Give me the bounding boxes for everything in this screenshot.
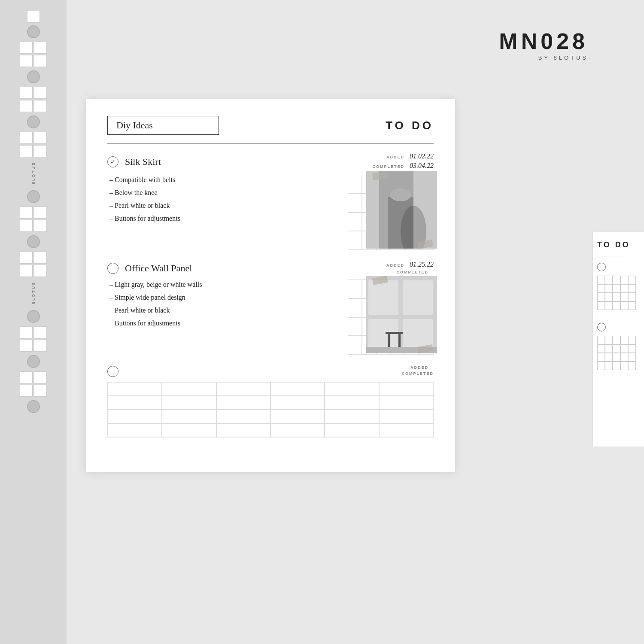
task-3-checkbox[interactable]: [107, 366, 118, 377]
task-1-bullet-2: – Below the knee: [109, 188, 339, 198]
task-1-header-row: ✓ Silk Skirt ADDED 01.02.22 COMPLETED 03…: [107, 152, 434, 171]
grid-cell: [613, 344, 620, 353]
sidebar-card: [34, 207, 47, 219]
sidebar-card: [20, 100, 33, 112]
task-2-header-row: Office Wall Panel ADDED 01.25.22 COMPLET…: [107, 261, 434, 276]
task-2-added-date: 01.25.22: [410, 261, 434, 268]
task-2-content: – Light gray, beige or white walls – Sim…: [109, 279, 434, 355]
svg-rect-6: [368, 280, 398, 315]
task-2-bullet-1: – Light gray, beige or white walls: [109, 279, 339, 290]
task-3-completed-row: COMPLETED: [401, 371, 434, 376]
task-1-added-row: ADDED 01.02.22: [372, 152, 434, 160]
grid-cell: [613, 301, 620, 310]
sidebar-card: [20, 385, 33, 397]
task-2-bullet-4: – Buttons for adjustments: [109, 318, 339, 328]
task-3-completed-label: COMPLETED: [401, 371, 434, 376]
svg-rect-12: [398, 334, 401, 349]
svg-rect-11: [388, 334, 390, 349]
grid-cell: [605, 276, 613, 284]
page-header: Diy Ideas TO DO: [107, 116, 434, 135]
sidebar-card: [20, 252, 33, 264]
todo-header: TO DO: [386, 119, 434, 132]
right-page: TO DO: [592, 232, 644, 447]
sidebar-card: [34, 145, 47, 157]
grid-cell: [628, 336, 636, 344]
grid-cell: [605, 353, 613, 361]
grid-cell: [613, 284, 620, 293]
sidebar-ring: [27, 190, 40, 203]
page-divider: [107, 143, 434, 144]
task-1-added-date: 01.02.22: [410, 152, 434, 160]
sidebar-card: [34, 340, 47, 352]
grid-cell: [605, 293, 613, 301]
sidebar-card: [34, 385, 47, 397]
task-1-dates: ADDED 01.02.22 COMPLETED 03.04.22: [372, 152, 434, 171]
task-3-dates: ADDED COMPLETED: [401, 365, 434, 377]
task-item-3: ADDED COMPLETED: [107, 365, 434, 437]
sidebar-ring: [27, 115, 40, 128]
task-3-added-label: ADDED: [410, 365, 428, 370]
grid-cell: [620, 336, 628, 344]
sidebar-card: [34, 371, 47, 383]
sidebar-card: [27, 11, 40, 23]
task-1-checkbox[interactable]: ✓: [107, 156, 118, 167]
task-1-bullet-4: – Buttons for adjustments: [109, 213, 339, 224]
sidebar-card: [34, 100, 47, 112]
sidebar-card: [20, 340, 33, 352]
grid-cell: [613, 361, 620, 370]
sidebar-card: [20, 265, 33, 277]
sidebar-card: [20, 87, 33, 99]
sidebar-card: [34, 42, 47, 54]
grid-cell: [628, 353, 636, 361]
task-1-title: Silk Skirt: [125, 156, 161, 167]
grid-cell: [597, 284, 605, 293]
brand-code: MN028: [499, 30, 588, 52]
sidebar-card: [34, 220, 47, 232]
grid-cell: [628, 284, 636, 293]
task-1-bullet-3: – Pearl white or black: [109, 200, 339, 211]
task-1-image: [366, 171, 437, 249]
grid-cell: [628, 344, 636, 353]
svg-point-3: [390, 188, 411, 201]
sidebar-ring: [27, 70, 40, 83]
sidebar-card: [20, 55, 33, 67]
task-1-checkmark: ✓: [110, 158, 115, 166]
grid-cell: [605, 284, 613, 293]
right-circle-2: [597, 323, 606, 331]
grid-cell: [597, 344, 605, 353]
task-2-added-label: ADDED: [386, 263, 404, 267]
main-page: Diy Ideas TO DO ✓ Silk Skirt ADDED 01.02…: [86, 99, 455, 472]
task-1-completed-date: 03.04.22: [410, 162, 434, 170]
grid-cell: [597, 276, 605, 284]
grid-cell: [620, 293, 628, 301]
task-3-added-row: ADDED: [401, 365, 434, 370]
task-2-dates: ADDED 01.25.22 COMPLETED: [386, 261, 434, 276]
grid-cell: [605, 301, 613, 310]
task-3-grid: [107, 382, 434, 437]
grid-cell: [613, 276, 620, 284]
grid-cell: [628, 276, 636, 284]
sidebar-card: [20, 132, 33, 144]
grid-cell: [620, 361, 628, 370]
task-2-bullet-2: – Simple wide panel design: [109, 292, 339, 303]
sidebar-label-2: 8LOTUS: [31, 281, 36, 304]
right-todo-header: TO DO: [597, 240, 640, 249]
grid-cell: [628, 293, 636, 301]
task-1-notes: – Compatible with belts – Below the knee…: [109, 175, 339, 250]
grid-cell: [613, 336, 620, 344]
grid-cell: [613, 353, 620, 361]
sidebar-card: [20, 42, 33, 54]
sidebar: 8LOTUS 8LOTUS: [0, 0, 67, 644]
grid-cell: [605, 361, 613, 370]
grid-cell: [597, 293, 605, 301]
sidebar-card: [20, 207, 33, 219]
sidebar-card: [20, 220, 33, 232]
grid-cell: [597, 361, 605, 370]
sidebar-top-group: 8LOTUS 8LOTUS: [0, 9, 67, 418]
task-2-checkbox[interactable]: [107, 263, 118, 274]
sidebar-card: [34, 326, 47, 338]
sidebar-ring: [27, 235, 40, 248]
grid-cell: [620, 344, 628, 353]
task-2-bullet-3: – Pearl white or black: [109, 305, 339, 316]
task-2-image: [366, 276, 437, 353]
